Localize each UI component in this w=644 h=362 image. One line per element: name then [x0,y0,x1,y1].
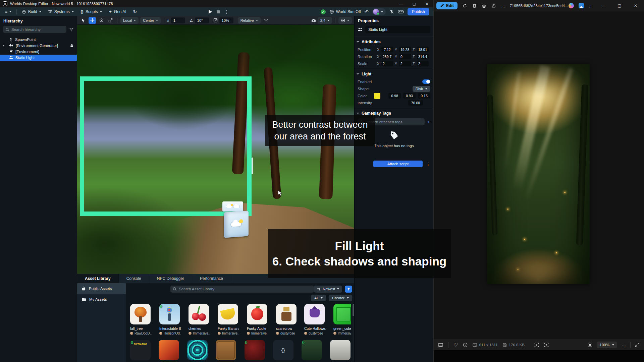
hierarchy-item-environment-generator[interactable]: [Environment Generator] [0,43,77,49]
edit-button[interactable]: Edit [436,2,458,9]
favorite-button[interactable]: ♡ [453,342,458,348]
more-button[interactable]: … [622,342,626,347]
scale-y-field[interactable]: 2 [399,61,411,66]
asset-card[interactable] [187,340,208,360]
share-button[interactable] [491,3,496,8]
fit-to-window-button[interactable] [588,343,592,347]
menu-gen-ai[interactable]: ✦ Gen AI [106,8,129,15]
sort-dropdown[interactable]: Newest [314,286,342,293]
asset-card[interactable]: {}DYNAMIC [130,340,151,360]
filmstrip-button[interactable] [438,343,443,347]
color-b-field[interactable]: 0.15 [418,93,430,99]
section-light[interactable]: Light [355,69,433,78]
more-button[interactable]: … [501,3,505,8]
tab-console[interactable]: Console [119,274,149,283]
attach-more-button[interactable]: ⋮ [426,162,430,167]
weather-cube[interactable] [224,210,249,238]
sidebar-item-my-assets[interactable]: My Assets [77,294,126,305]
asset-card[interactable]: {} [273,340,294,360]
hierarchy-search-input[interactable] [3,26,66,33]
vr-headset-button[interactable] [398,10,404,14]
menu-build[interactable]: Build [19,8,44,15]
sidebar-item-public-assets[interactable]: Public Assets [77,283,126,294]
rotate-tool-button[interactable] [98,17,105,24]
zoom-dropdown[interactable]: 100% [597,342,617,348]
publish-button[interactable]: Publish [408,8,429,15]
gizmo-handle[interactable] [252,158,253,174]
color-g-field[interactable]: 0.93 [403,93,416,99]
move-tool-button[interactable] [89,17,96,24]
forest-photo[interactable] [487,64,590,284]
select-tool-button[interactable] [79,17,87,24]
asset-card-fall-tree[interactable]: fall_tree RawDogD... [130,304,152,335]
weather-widget-top[interactable] [222,201,243,212]
maximize-button[interactable]: ▢ [408,0,421,7]
position-x-field[interactable]: -7.12 [381,47,393,52]
space-dropdown[interactable]: Local [120,17,139,24]
asset-card-green-cube[interactable]: green_cube Immersive... [333,304,351,335]
mode-dropdown[interactable]: Relative [238,17,261,24]
grid-snap-value[interactable]: 1 [171,17,185,23]
filter-all-dropdown[interactable]: All [311,295,326,301]
stop-button[interactable] [217,10,220,13]
refresh-button[interactable]: ↻ [130,8,140,15]
mic-muted-button[interactable] [389,9,394,14]
filter-creator-dropdown[interactable]: Creator [329,295,352,301]
expander-icon[interactable] [3,45,4,47]
scale-x-field[interactable]: 2 [381,61,393,66]
tab-asset-library[interactable]: Asset Library [77,274,119,283]
asset-card-scarecrow[interactable]: scarecrow dustyrose [276,304,297,335]
color-swatch[interactable] [374,93,380,99]
copilot-icon[interactable] [569,3,574,8]
scale-snap-value[interactable]: 10% [219,17,233,23]
rotate-button[interactable] [463,3,467,8]
undo-button[interactable]: ↶ [365,9,369,14]
minimize-button[interactable]: — [598,3,609,8]
hierarchy-item-environment[interactable]: [Environment] [0,49,77,55]
asset-card-cherries[interactable]: cherries Immersive... [189,304,210,335]
ocr-button[interactable] [534,343,539,347]
asset-search-input[interactable] [170,286,314,293]
menu-systems[interactable]: Systems [45,8,77,15]
shape-dropdown[interactable]: Disk [413,86,430,92]
asset-card-funky-apple[interactable]: Funky Apple Immersive... [247,304,268,335]
asset-card-funky-banana[interactable]: Funky Banana Immersive... [218,304,239,335]
position-y-field[interactable]: 19.28 [399,47,411,52]
play-button[interactable] [209,10,212,14]
rotation-y-field[interactable]: 0 [399,54,411,59]
section-attributes[interactable]: Attributes [355,37,433,46]
asset-card[interactable] [159,340,179,360]
view-options-dropdown[interactable] [338,17,352,24]
menu-scripts[interactable]: {} Scripts [77,8,105,15]
rotation-z-field[interactable]: 314.4 [417,54,429,59]
tab-performance[interactable]: Performance [192,274,231,283]
attach-script-button[interactable]: Attach script [373,161,423,167]
snap-icon[interactable] [264,18,268,22]
enabled-toggle[interactable] [422,79,430,84]
asset-card-interactable[interactable]: {} Interactable B... HorizonOd... [159,304,181,335]
angle-snap-value[interactable]: 10° [195,17,209,23]
main-menu-button[interactable]: ≡ [2,9,14,15]
close-button[interactable]: ✕ [421,0,433,7]
position-z-field[interactable]: 18.01 [417,47,429,52]
delete-button[interactable] [472,3,477,8]
asset-card-cute-halloween[interactable]: Cute Hallowe... dustyrose [304,304,326,335]
playback-more-button[interactable]: ⋮ [224,9,229,14]
filter-icon[interactable] [69,27,74,32]
hierarchy-item-spawnpoint[interactable]: SpawnPoint [0,37,77,43]
world-sim-toggle[interactable]: World Sim Off [329,9,361,14]
photos-app-icon[interactable] [579,3,584,8]
close-button[interactable]: ✕ [630,3,641,8]
asset-card[interactable] [216,340,236,360]
asset-card[interactable] [330,340,351,360]
account-menu[interactable] [372,8,386,15]
pivot-dropdown[interactable]: Center [140,17,161,24]
more-button[interactable]: … [589,3,593,8]
color-r-field[interactable]: 0.98 [388,93,401,99]
asset-card[interactable]: {} [245,340,265,360]
hierarchy-item-static-light[interactable]: Static Light [0,55,77,61]
print-button[interactable] [482,4,486,8]
add-tag-button[interactable]: + [427,119,430,125]
scale-tool-button[interactable] [107,17,114,24]
info-button[interactable] [463,343,468,347]
